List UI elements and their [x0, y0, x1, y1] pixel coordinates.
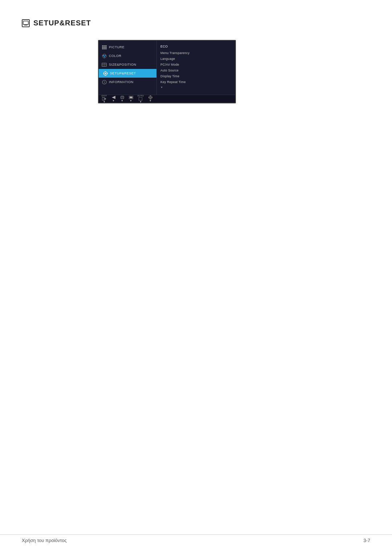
info-label: INFORMATION [109, 80, 134, 84]
toolbar-nav-left: ▼ [111, 96, 116, 102]
osd-menu-item-info[interactable]: INFORMATION [99, 78, 156, 86]
osd-right-language: Language [160, 56, 232, 62]
svg-rect-22 [105, 75, 106, 76]
svg-rect-9 [102, 48, 103, 49]
osd-menu-item-color[interactable]: COLOR [99, 52, 156, 60]
svg-rect-7 [103, 47, 105, 48]
svg-point-14 [105, 55, 106, 56]
exit-icon [102, 97, 106, 100]
settings-icon [148, 96, 152, 99]
exit-label: EXIT [102, 95, 107, 97]
toolbar-settings: ▼ [148, 96, 152, 102]
svg-rect-11 [105, 48, 107, 49]
svg-rect-10 [103, 48, 105, 49]
info-icon [102, 79, 107, 85]
osd-right-panel: ECO Menu Transparency Language PC/AV Mod… [157, 41, 235, 95]
svg-rect-0 [23, 21, 28, 25]
svg-rect-34 [139, 97, 142, 100]
svg-rect-6 [102, 47, 103, 48]
osd-menu: PICTURE COLOR [99, 41, 157, 95]
svg-rect-24 [107, 73, 108, 74]
svg-rect-27 [104, 82, 105, 83]
osd-right-eco: ECO [160, 44, 232, 49]
size-icon [102, 62, 107, 67]
svg-point-13 [103, 55, 104, 56]
svg-point-20 [105, 73, 106, 74]
osd-right-more: ▼ [160, 85, 232, 90]
osd-right-pcav: PC/AV Mode [160, 62, 232, 67]
size-label: SIZE&POSITION [109, 63, 136, 66]
osd-right-display-time: Display Time [160, 73, 232, 79]
nav-enter-icon [129, 96, 133, 99]
setup-icon [103, 71, 108, 76]
osd-right-menu-transparency: Menu Transparency [160, 50, 232, 56]
setup-label: SETUP&RESET [110, 71, 136, 75]
toolbar-nav-up: ▼ [120, 96, 124, 102]
osd-screen: PICTURE COLOR [98, 40, 236, 103]
svg-point-36 [150, 97, 151, 98]
footer-right-text: 3-7 [363, 538, 370, 543]
picture-icon [102, 45, 107, 50]
page-title: SETUP&RESET [33, 19, 91, 27]
svg-rect-4 [103, 45, 105, 46]
svg-rect-23 [103, 73, 104, 74]
toolbar-nav-enter: ▼ [129, 96, 133, 102]
svg-point-15 [103, 56, 105, 57]
osd-right-auto-source: Auto Source [160, 67, 232, 73]
section-icon [22, 19, 30, 27]
toolbar-auto: AUTO ▼ [138, 95, 144, 103]
osd-toolbar: EXIT ▼ ▼ [99, 95, 235, 103]
auto-label: AUTO [138, 95, 144, 97]
page-footer: Χρήση του προϊόντος 3-7 [0, 534, 392, 543]
auto-icon [138, 97, 143, 100]
page-header: SETUP&RESET [22, 19, 91, 27]
osd-menu-item-setup[interactable]: SETUP&RESET [99, 69, 156, 78]
color-label: COLOR [109, 54, 122, 58]
toolbar-exit: EXIT ▼ [102, 95, 107, 103]
nav-left-icon [111, 96, 116, 99]
svg-rect-31 [121, 96, 124, 99]
color-icon [102, 53, 107, 58]
nav-up-icon [120, 96, 124, 99]
osd-menu-item-size[interactable]: SIZE&POSITION [99, 60, 156, 69]
svg-rect-8 [105, 47, 107, 48]
svg-marker-30 [112, 96, 115, 99]
svg-rect-5 [105, 45, 107, 46]
osd-body: PICTURE COLOR [99, 41, 235, 95]
svg-rect-33 [130, 97, 132, 98]
svg-rect-3 [102, 45, 103, 46]
footer-left-text: Χρήση του προϊόντος [22, 538, 67, 543]
picture-label: PICTURE [109, 45, 124, 49]
osd-right-key-repeat: Key Repeat Time [160, 79, 232, 85]
svg-rect-21 [105, 71, 106, 72]
svg-point-26 [104, 81, 105, 82]
osd-menu-item-picture[interactable]: PICTURE [99, 43, 156, 52]
